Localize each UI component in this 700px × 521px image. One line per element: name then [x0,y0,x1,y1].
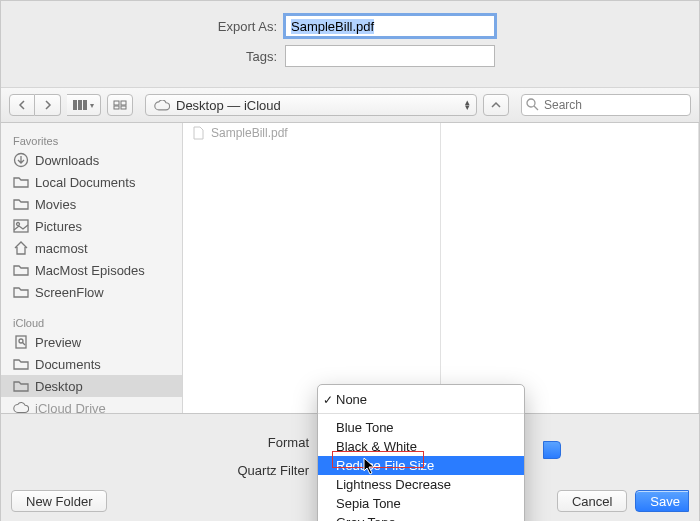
svg-rect-0 [73,100,77,110]
cloud-icon [154,100,170,111]
svg-rect-1 [78,100,82,110]
sidebar-item-pictures[interactable]: Pictures [1,215,182,237]
top-fields: Export As: Tags: [1,1,699,87]
menu-item-blue-tone[interactable]: Blue Tone [318,418,524,437]
menu-item-sepia-tone[interactable]: Sepia Tone [318,494,524,513]
menu-item-label: None [336,392,367,407]
file-name: SampleBill.pdf [211,126,288,140]
file-row[interactable]: SampleBill.pdf [183,123,440,143]
search-input[interactable] [521,94,691,116]
nav-back-forward [9,94,61,116]
svg-point-7 [527,99,535,107]
menu-item-label: Reduce File Size [336,458,434,473]
icloud-icon [13,400,29,413]
svg-line-8 [534,106,538,110]
export-as-label: Export As: [21,19,285,34]
sidebar-item-movies[interactable]: Movies [1,193,182,215]
document-icon [191,126,205,140]
chevron-right-icon [44,100,52,110]
sidebar-item-label: Preview [35,335,81,350]
svg-rect-5 [114,106,119,109]
menu-item-gray-tone[interactable]: Gray Tone [318,513,524,521]
svg-rect-3 [114,101,119,105]
sidebar-item-label: Movies [35,197,76,212]
sidebar-item-label: macmost [35,241,88,256]
menu-item-reduce-file-size[interactable]: Reduce File Size [318,456,524,475]
location-text: Desktop — iCloud [176,98,281,113]
menu-item-black-white[interactable]: Black & White [318,437,524,456]
checkmark-icon: ✓ [323,393,333,407]
svg-point-11 [17,223,20,226]
tags-input[interactable] [285,45,495,67]
sidebar-item-downloads[interactable]: Downloads [1,149,182,171]
tags-row: Tags: [21,45,679,67]
new-folder-button[interactable]: New Folder [11,490,107,512]
location-popup[interactable]: Desktop — iCloud ▴▾ [145,94,477,116]
svg-rect-6 [121,106,126,109]
search-icon [526,98,539,111]
save-button[interactable]: Save [635,490,689,512]
sidebar-item-label: Documents [35,357,101,372]
sidebar-header-icloud: iCloud [1,311,182,331]
menu-item-label: Gray Tone [336,515,396,521]
sidebar-item-label: Pictures [35,219,82,234]
quartz-filter-menu[interactable]: ✓NoneBlue ToneBlack & WhiteReduce File S… [317,384,525,521]
folder-icon [13,378,29,394]
browser-body: Favorites DownloadsLocal DocumentsMovies… [1,123,699,413]
sidebar-item-label: Local Documents [35,175,135,190]
sidebar-item-label: Desktop [35,379,83,394]
folder-icon [13,284,29,300]
sidebar-item-label: MacMost Episodes [35,263,145,278]
svg-point-13 [19,339,23,343]
tags-label: Tags: [21,49,285,64]
browser-toolbar: ▾ Desktop — iCloud ▴▾ [1,87,699,123]
sidebar-item-label: Downloads [35,153,99,168]
sidebar-item-macmost[interactable]: macmost [1,237,182,259]
home-icon [13,240,29,256]
folder-icon [13,262,29,278]
sidebar-item-macmost-episodes[interactable]: MacMost Episodes [1,259,182,281]
quartz-filter-popup-button[interactable] [543,441,561,459]
group-button[interactable] [107,94,133,116]
search-wrap [521,94,691,116]
menu-separator [318,413,524,414]
location-popup-wrap: Desktop — iCloud ▴▾ [145,94,509,116]
back-button[interactable] [9,94,35,116]
svg-rect-4 [121,101,126,105]
chevron-up-icon [491,101,501,109]
format-label: Format [21,435,317,450]
cursor-icon [363,457,377,475]
forward-button[interactable] [35,94,61,116]
view-mode-group: ▾ [67,94,101,116]
file-columns[interactable]: SampleBill.pdf [183,123,699,413]
export-as-input[interactable] [285,15,495,37]
sidebar-item-icloud-drive[interactable]: iCloud Drive [1,397,182,413]
collapse-button[interactable] [483,94,509,116]
sidebar-item-label: ScreenFlow [35,285,104,300]
menu-item-lightness-decrease[interactable]: Lightness Decrease [318,475,524,494]
menu-item-none[interactable]: ✓None [318,390,524,409]
sidebar-item-label: iCloud Drive [35,401,106,414]
folder-icon [13,196,29,212]
sidebar-item-screenflow[interactable]: ScreenFlow [1,281,182,303]
menu-item-label: Lightness Decrease [336,477,451,492]
file-column-2[interactable] [441,123,699,413]
sidebar[interactable]: Favorites DownloadsLocal DocumentsMovies… [1,123,183,413]
sidebar-item-documents[interactable]: Documents [1,353,182,375]
sidebar-item-preview[interactable]: Preview [1,331,182,353]
file-column-1[interactable]: SampleBill.pdf [183,123,441,413]
sidebar-item-local-documents[interactable]: Local Documents [1,171,182,193]
columns-icon [73,100,87,110]
folder-icon [13,174,29,190]
cancel-button[interactable]: Cancel [557,490,627,512]
menu-item-label: Black & White [336,439,417,454]
pictures-icon [13,218,29,234]
group-icon [113,100,127,110]
view-mode-button[interactable]: ▾ [67,94,101,116]
popup-chevron-icon: ▴▾ [465,100,470,110]
preview-icon [13,334,29,350]
folder-icon [13,356,29,372]
export-as-row: Export As: [21,15,679,37]
svg-rect-2 [83,100,87,110]
sidebar-item-desktop[interactable]: Desktop [1,375,182,397]
